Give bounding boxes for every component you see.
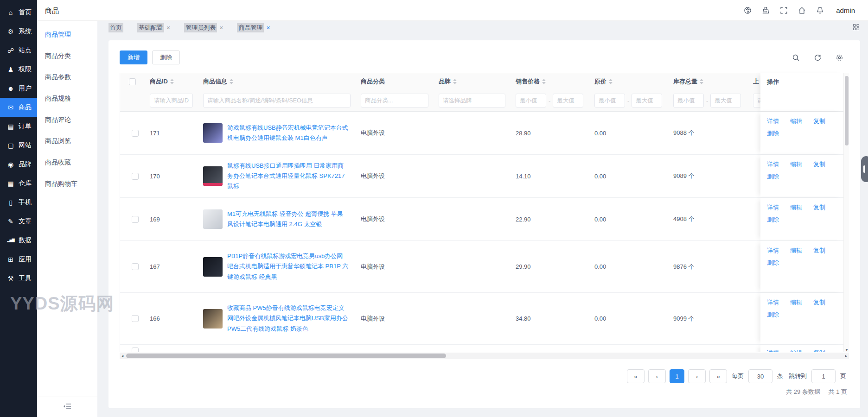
sidebar-item-warehouse[interactable]: ▦仓库 — [0, 174, 37, 193]
action-copy-link[interactable]: 复制 — [813, 203, 825, 212]
scroll-down-arrow-icon[interactable]: ▾ — [844, 348, 849, 352]
sidebar-item-brand[interactable]: ◉品牌 — [0, 155, 37, 174]
action-copy-link[interactable]: 复制 — [813, 349, 825, 352]
product-title-link[interactable]: 游戏鼠标有线USB静音宏机械电竞笔记本台式机电脑办公通用键鼠套装 M1白色有声 — [227, 123, 349, 143]
sidebar-item-system[interactable]: ⚙系统 — [0, 22, 37, 41]
sidebar-item-order[interactable]: ▤订单 — [0, 117, 37, 136]
sidebar-item-home[interactable]: ⌂首页 — [0, 3, 37, 22]
sidebar-item-site[interactable]: ☍站点 — [0, 41, 37, 60]
collapse-sidebar-button[interactable] — [63, 403, 71, 411]
action-edit-link[interactable]: 编辑 — [790, 160, 802, 169]
sidebar-item-article[interactable]: ✎文章 — [0, 212, 37, 231]
product-title-link[interactable]: 收藏商品 PW5静音有线游戏鼠标电竞宏定义网吧外设金属机械风笔记本电脑USB家用… — [227, 303, 349, 334]
sidebar-item-tools[interactable]: ⚒工具 — [0, 269, 37, 288]
prev-page-button[interactable]: ‹ — [648, 369, 666, 383]
select-all-checkbox[interactable] — [129, 78, 136, 85]
filter-original-max-input[interactable] — [632, 94, 662, 107]
action-copy-link[interactable]: 复制 — [813, 246, 825, 255]
delete-button[interactable]: 删除 — [152, 51, 180, 64]
sort-icon[interactable] — [230, 79, 233, 84]
sidebar-item-mobile[interactable]: ▯手机 — [0, 193, 37, 212]
bell-icon[interactable] — [816, 6, 824, 14]
horizontal-scrollbar-track[interactable] — [125, 353, 843, 359]
sidebar-item-privilege[interactable]: ♟权限 — [0, 60, 37, 79]
product-title-link[interactable]: M1可充电无线鼠标 轻音办公 超薄便携 苹果风设计笔记本电脑通用 2.4G 太空… — [227, 209, 349, 229]
scroll-right-arrow-icon[interactable]: ▸ — [843, 354, 849, 358]
action-copy-link[interactable]: 复制 — [813, 117, 825, 126]
filter-product-id-input[interactable] — [150, 94, 193, 107]
action-edit-link[interactable]: 编辑 — [790, 117, 802, 126]
action-delete-link[interactable]: 删除 — [767, 215, 779, 224]
action-edit-link[interactable]: 编辑 — [790, 349, 802, 352]
submenu-item-4[interactable]: 商品评论 — [37, 109, 97, 130]
per-page-input[interactable] — [748, 369, 772, 383]
column-header-product-info[interactable]: 商品信息 — [203, 77, 227, 86]
horizontal-scrollbar-thumb[interactable] — [126, 354, 446, 358]
vertical-scrollbar-thumb[interactable] — [845, 76, 849, 145]
filter-price-min-input[interactable] — [516, 94, 546, 107]
clean-icon[interactable] — [762, 6, 770, 14]
action-delete-link[interactable]: 删除 — [767, 310, 779, 319]
filter-stock-min-input[interactable] — [673, 94, 704, 107]
sidebar-item-user[interactable]: ☻用户 — [0, 79, 37, 98]
sidebar-item-website[interactable]: ▢网站 — [0, 136, 37, 155]
submenu-item-5[interactable]: 商品浏览 — [37, 130, 97, 152]
submenu-item-7[interactable]: 商品购物车 — [37, 173, 97, 194]
submenu-item-6[interactable]: 商品收藏 — [37, 152, 97, 173]
sidebar-item-apps[interactable]: ⊞应用 — [0, 250, 37, 269]
submenu-item-3[interactable]: 商品规格 — [37, 88, 97, 109]
column-header-product-id[interactable]: 商品ID — [150, 77, 168, 86]
column-header-price[interactable]: 销售价格 — [516, 77, 540, 86]
submenu-item-1[interactable]: 商品分类 — [37, 45, 97, 66]
column-header-original-price[interactable]: 原价 — [594, 77, 606, 86]
username[interactable]: admin — [836, 6, 855, 14]
row-checkbox[interactable] — [132, 263, 139, 270]
tab-首页[interactable]: 首页 — [108, 23, 123, 32]
filter-category-select[interactable] — [361, 94, 428, 107]
product-title-link[interactable]: PB1P静音有线鼠标游戏宏电竞男usb办公网吧台式机电脑适用于惠普华硕笔记本 P… — [227, 251, 349, 282]
tab-基础配置[interactable]: 基础配置× — [137, 23, 170, 32]
action-delete-link[interactable]: 删除 — [767, 172, 779, 181]
row-checkbox[interactable] — [132, 216, 139, 223]
submenu-item-2[interactable]: 商品参数 — [37, 66, 97, 88]
action-detail-link[interactable]: 详情 — [767, 203, 779, 212]
sidebar-item-data[interactable]: ▂▅▇数据 — [0, 231, 37, 250]
last-page-button[interactable]: » — [709, 369, 727, 383]
action-delete-link[interactable]: 删除 — [767, 259, 779, 267]
row-checkbox[interactable] — [132, 315, 139, 322]
palette-icon[interactable] — [744, 6, 752, 14]
action-detail-link[interactable]: 详情 — [767, 117, 779, 126]
tab-管理员列表[interactable]: 管理员列表× — [184, 23, 223, 32]
action-delete-link[interactable]: 删除 — [767, 129, 779, 138]
next-page-button[interactable]: › — [688, 369, 706, 383]
window-scrollbar-thumb[interactable] — [861, 156, 868, 182]
filter-original-min-input[interactable] — [594, 94, 625, 107]
sort-icon[interactable] — [170, 79, 174, 84]
home-icon[interactable] — [798, 6, 806, 14]
scroll-left-arrow-icon[interactable]: ◂ — [120, 354, 125, 358]
filter-price-max-input[interactable] — [553, 94, 583, 107]
action-edit-link[interactable]: 编辑 — [790, 203, 802, 212]
table-horizontal-scrollbar[interactable]: ◂ ▸ — [120, 353, 849, 359]
page-1-button[interactable]: 1 — [670, 369, 684, 383]
tab-close-icon[interactable]: × — [266, 25, 270, 31]
action-detail-link[interactable]: 详情 — [767, 298, 779, 307]
first-page-button[interactable]: « — [627, 369, 645, 383]
action-edit-link[interactable]: 编辑 — [790, 246, 802, 255]
refresh-icon[interactable] — [814, 54, 822, 62]
settings-icon[interactable] — [836, 54, 843, 62]
column-header-stock[interactable]: 库存总量 — [673, 77, 697, 86]
add-button[interactable]: 新增 — [120, 51, 147, 64]
sort-icon[interactable] — [700, 79, 703, 84]
filter-clipped-input[interactable] — [753, 94, 760, 107]
search-icon[interactable] — [792, 54, 800, 62]
filter-product-info-input[interactable] — [203, 94, 351, 107]
tab-close-icon[interactable]: × — [166, 25, 170, 31]
fullscreen-icon[interactable] — [780, 6, 788, 14]
submenu-item-0[interactable]: 商品管理 — [37, 24, 97, 45]
tab-close-icon[interactable]: × — [219, 25, 223, 31]
sidebar-item-goods[interactable]: ✉商品 — [0, 98, 37, 117]
action-detail-link[interactable]: 详情 — [767, 160, 779, 169]
row-checkbox[interactable] — [132, 130, 139, 137]
row-checkbox[interactable] — [132, 173, 139, 180]
